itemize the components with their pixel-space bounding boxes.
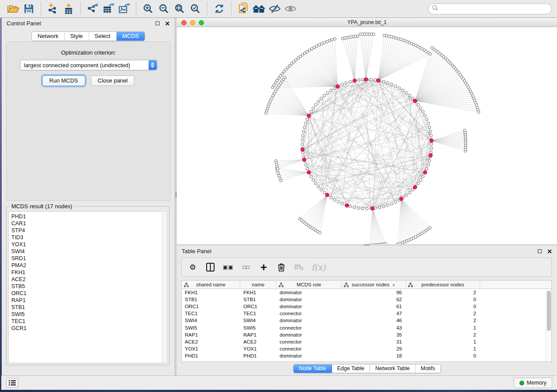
float-panel-icon[interactable] [156,21,159,25]
mcds-node[interactable]: SRD1 [11,255,167,262]
export-image-icon[interactable] [116,2,132,16]
mcds-list-scrollbar[interactable] [162,212,166,362]
cell-name: RAP1 [240,332,277,337]
optimization-criterion-label: Optimization criterion: [7,49,170,56]
table-row[interactable]: TEC1TEC1connector472 [182,310,551,317]
tab-node-table[interactable]: Node Table [294,364,332,373]
cell-mcds-role: dominator [277,353,342,358]
mcds-node[interactable]: PMA2 [11,262,167,269]
minimize-window-icon[interactable] [190,20,195,25]
cell-predecessor-nodes: 1 [406,325,480,330]
import-table-icon[interactable] [61,2,76,16]
zoom-in-icon[interactable] [140,2,156,16]
mcds-node[interactable]: STP4 [11,227,167,234]
export-network-icon[interactable] [85,2,100,16]
zoom-out-icon[interactable] [156,2,172,16]
mcds-node[interactable]: SWI4 [11,248,167,255]
mcds-node[interactable]: CAR1 [11,220,167,227]
network-graph[interactable] [177,27,557,244]
mcds-panel: Optimization criterion: largest connecte… [6,41,171,201]
zoom-selected-icon[interactable] [187,2,203,16]
search-box[interactable] [428,3,552,14]
maximize-window-icon[interactable] [199,20,204,25]
column-header-shared-name[interactable]: shared name [182,281,240,289]
mcds-result-list[interactable]: PHD1CAR1STP4TID3YOX1SWI4SRD1PMA2FKH1ACE2… [8,211,167,363]
tab-motifs[interactable]: Motifs [415,364,440,373]
deselect-all-rows-icon[interactable]: □□ [242,261,251,273]
search-input[interactable] [440,6,548,12]
close-panel-icon[interactable]: ✕ [165,21,170,27]
mcds-node[interactable]: STB1 [11,304,167,311]
tab-select[interactable]: Select [89,32,117,41]
cell-name: PHD1 [240,353,277,358]
delete-column-icon[interactable] [277,261,286,273]
table-row[interactable]: ORC1ORC1dominator610 [182,303,551,310]
close-panel-icon[interactable]: ✕ [547,248,552,254]
mcds-node[interactable]: YOX1 [11,241,167,248]
tab-mcds[interactable]: MCDS [117,32,145,41]
mcds-node[interactable]: TEC1 [11,318,167,325]
cell-predecessor-nodes: 2 [406,311,480,316]
table-row[interactable]: SWI4SWI4dominator462 [182,317,551,324]
mcds-node[interactable]: STB5 [11,283,167,290]
save-session-icon[interactable] [21,2,37,16]
select-all-rows-icon[interactable]: ▣▣ [223,261,234,273]
close-window-icon[interactable] [181,20,187,25]
mcds-node[interactable]: TID3 [11,234,167,241]
column-header-name[interactable]: name [240,281,277,289]
table-row[interactable]: YOX1YOX1connector291 [182,345,551,352]
table-scrollbar[interactable] [546,289,551,361]
run-mcds-button[interactable]: Run MCDS [42,76,85,86]
cell-mcds-role: dominator [277,332,342,337]
table-row[interactable]: FKH1FKH1dominator962 [182,289,551,296]
tab-network-table[interactable]: Network Table [370,364,415,373]
mcds-node[interactable]: ACE2 [11,276,167,283]
mcds-node[interactable]: FKH1 [11,269,167,276]
tab-edge-table[interactable]: Edge Table [332,364,370,373]
apply-layout-icon[interactable] [211,2,227,16]
mcds-node[interactable]: ORC1 [11,290,167,297]
table-row[interactable]: SWI5SWI5connector431 [182,324,551,331]
export-table-icon[interactable] [100,2,116,16]
table-settings-icon[interactable]: ⚙ [188,261,197,273]
tab-style[interactable]: Style [65,32,89,41]
show-columns-icon[interactable] [205,261,215,273]
table-row[interactable]: PHD1PHD1dominator180 [182,352,551,359]
mcds-node[interactable]: RAP1 [11,297,167,304]
network-window-titlebar[interactable]: YPA_prune.txt_1 [177,18,557,27]
cell-mcds-role: dominator [277,297,342,302]
show-all-icon[interactable] [283,2,298,16]
cell-shared-name: ACE2 [182,339,240,344]
cell-predecessor-nodes: 2 [406,332,480,337]
zoom-fit-icon[interactable] [172,2,187,16]
column-header-successor-nodes[interactable]: successor nodes∨ [342,281,406,289]
add-column-icon[interactable]: + [259,261,269,273]
table-row[interactable]: STB1STB1dominator620 [182,296,551,303]
memory-button[interactable]: Memory [514,378,552,388]
node-table[interactable]: shared namenameMCDS rolesuccessor nodes∨… [181,280,552,362]
toolbar-separator [41,2,41,15]
import-network-icon[interactable] [45,2,61,16]
mcds-node[interactable]: SWI5 [11,311,167,318]
table-row[interactable]: RAP1RAP1dominator352 [182,331,551,338]
cell-name: FKH1 [240,290,277,295]
search-icon [432,5,438,13]
column-header-predecessor-nodes[interactable]: predecessor nodes [406,281,480,289]
close-panel-button[interactable]: Close panel [91,76,135,86]
mcds-node[interactable]: GCR1 [11,325,167,332]
window-controls [181,18,204,27]
float-panel-icon[interactable] [538,249,542,253]
cell-shared-name: PHD1 [182,353,240,358]
open-session-icon[interactable] [5,2,21,16]
table-row[interactable]: ACE2ACE2connector311 [182,338,551,345]
clone-network-icon[interactable] [235,2,251,16]
first-neighbors-icon[interactable] [251,2,267,16]
mcds-node[interactable]: PHD1 [11,213,167,220]
column-header-mcds-role[interactable]: MCDS role [277,281,342,289]
optimization-criterion-select[interactable]: largest connected component (undirected) [20,60,157,70]
tab-network[interactable]: Network [32,32,65,41]
hide-selected-icon[interactable] [267,2,283,16]
network-canvas[interactable] [177,27,557,244]
task-history-button[interactable] [6,378,18,388]
scrollbar-thumb[interactable] [547,291,551,331]
